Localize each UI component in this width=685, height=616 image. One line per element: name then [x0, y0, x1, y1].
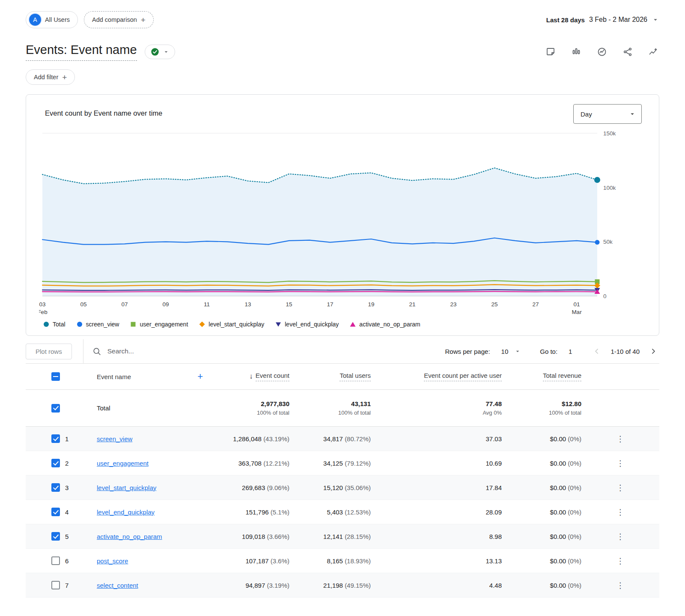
table-row: 6post_score107,187 (3.6%)8,165 (18.93%)1… — [26, 549, 659, 573]
select-all-checkbox[interactable] — [51, 372, 60, 381]
total-revenue-sub: 100% of total — [549, 410, 581, 416]
event-name-link[interactable]: user_engagement — [97, 460, 149, 467]
column-header-total-revenue[interactable]: Total revenue — [543, 372, 581, 381]
circle-marker-icon — [43, 321, 49, 327]
rows-per-page-select[interactable]: 10 — [501, 348, 521, 355]
note-icon[interactable] — [545, 46, 557, 58]
cell-event-count: 107,187 (3.6%) — [245, 557, 289, 565]
cell-total-users: 34,125 (79.12%) — [323, 460, 371, 467]
row-rank: 2 — [65, 460, 84, 467]
row-select-checkbox[interactable] — [51, 532, 60, 541]
plot-rows-button[interactable]: Plot rows — [26, 344, 72, 359]
total-area-fill — [42, 168, 597, 296]
go-to-input[interactable]: 1 — [569, 348, 572, 355]
row-rank: 6 — [65, 557, 84, 565]
share-icon[interactable] — [622, 46, 634, 58]
cell-event-count: 94,897 (3.19%) — [245, 582, 289, 589]
x-axis-label: 21 — [409, 301, 415, 308]
triangle-down-marker-icon — [275, 321, 281, 327]
cell-total-revenue: $0.00 (0%) — [550, 533, 581, 540]
column-header-event-name[interactable]: Event name — [97, 373, 131, 380]
table-row: 2user_engagement363,708 (12.21%)34,125 (… — [26, 451, 659, 475]
page-title: Events: Event name — [26, 43, 137, 61]
search-icon — [92, 347, 101, 356]
report-status-badge[interactable] — [145, 45, 175, 59]
total-row-checkbox[interactable] — [51, 404, 60, 413]
legend-label: level_start_quickplay — [208, 321, 264, 328]
column-header-event-count-per-active-user[interactable]: Event count per active user — [424, 372, 502, 381]
legend-label: level_end_quickplay — [285, 321, 339, 328]
row-rank: 5 — [65, 533, 84, 540]
cell-event-count-per-active-user: 4.48 — [489, 582, 502, 589]
event-name-link[interactable]: screen_view — [97, 435, 132, 443]
cell-event-count: 109,018 (3.66%) — [242, 533, 289, 540]
series-marker-Total — [594, 177, 600, 183]
row-menu-button[interactable]: ⋮ — [613, 506, 628, 518]
total-event-count: 2,977,830 — [261, 400, 289, 407]
x-axis-label: 27 — [532, 301, 539, 308]
compare-icon[interactable] — [570, 46, 582, 58]
cell-total-revenue: $0.00 (0%) — [550, 557, 581, 565]
add-filter-chip[interactable]: Add filter + — [26, 69, 75, 85]
row-menu-button[interactable]: ⋮ — [613, 482, 628, 493]
x-axis-label: 03 — [39, 301, 45, 308]
y-axis-label: 0 — [603, 293, 607, 299]
insights-icon[interactable] — [647, 46, 659, 58]
all-users-chip[interactable]: A All Users — [26, 11, 78, 28]
cell-total-revenue: $0.00 (0%) — [550, 582, 581, 589]
row-menu-button[interactable]: ⋮ — [613, 458, 628, 469]
anomaly-icon[interactable] — [596, 46, 608, 58]
event-name-link[interactable]: post_score — [97, 557, 128, 565]
add-comparison-chip[interactable]: Add comparison + — [84, 11, 154, 28]
go-to-label: Go to: — [540, 348, 557, 355]
row-select-checkbox[interactable] — [51, 459, 60, 467]
granularity-select[interactable]: Day — [573, 104, 642, 124]
row-select-checkbox[interactable] — [51, 508, 60, 516]
total-revenue: $12.80 — [562, 400, 581, 407]
total-per-active-user-sub: Avg 0% — [482, 410, 502, 416]
cell-event-count-per-active-user: 17.84 — [485, 484, 502, 491]
row-select-checkbox[interactable] — [51, 483, 60, 492]
x-axis-label: 05 — [80, 301, 86, 308]
search-input[interactable] — [107, 347, 244, 356]
x-axis-label: 09 — [162, 301, 169, 308]
date-range-picker[interactable]: Last 28 days 3 Feb - 2 Mar 2026 — [546, 16, 659, 24]
previous-page-button[interactable] — [591, 345, 603, 357]
row-menu-button[interactable]: ⋮ — [613, 531, 628, 542]
row-menu-button[interactable]: ⋮ — [613, 555, 628, 567]
event-name-link[interactable]: level_start_quickplay — [97, 484, 156, 491]
row-select-checkbox[interactable] — [51, 556, 60, 565]
cell-total-revenue: $0.00 (0%) — [550, 508, 581, 516]
event-name-link[interactable]: select_content — [97, 582, 138, 589]
row-menu-button[interactable]: ⋮ — [613, 580, 628, 591]
event-name-link[interactable]: level_end_quickplay — [97, 508, 155, 516]
row-rank: 7 — [65, 582, 84, 589]
column-header-event-count[interactable]: Event count — [256, 372, 289, 381]
legend-item-screen_view: screen_view — [77, 321, 119, 328]
row-select-checkbox[interactable] — [51, 434, 60, 443]
pagination-label: 1-10 of 40 — [611, 348, 640, 355]
x-axis-month-label: Feb — [39, 309, 48, 315]
total-row-label: Total — [84, 404, 208, 412]
series-line-activate_no_op_param — [42, 291, 597, 292]
chart-card: Event count by Event name over time Day … — [26, 94, 659, 336]
legend-label: user_engagement — [140, 321, 188, 328]
event-name-link[interactable]: activate_no_op_param — [97, 533, 162, 540]
add-dimension-icon[interactable]: + — [195, 371, 206, 382]
table-row: 7select_content94,897 (3.19%)21,198 (49.… — [26, 573, 659, 598]
row-menu-button[interactable]: ⋮ — [613, 433, 628, 445]
total-event-count-sub: 100% of total — [257, 410, 289, 416]
sort-descending-icon: ↓ — [249, 372, 253, 381]
x-axis-label: 25 — [491, 301, 497, 308]
x-axis-label: 17 — [327, 301, 333, 308]
next-page-button[interactable] — [647, 345, 659, 357]
x-axis-label: 23 — [450, 301, 456, 308]
row-select-checkbox[interactable] — [51, 581, 60, 589]
column-header-total-users[interactable]: Total users — [340, 372, 371, 381]
cell-total-revenue: $0.00 (0%) — [550, 460, 581, 467]
x-axis-label: 19 — [368, 301, 374, 308]
legend-item-Total: Total — [43, 321, 66, 328]
cell-event-count-per-active-user: 28.09 — [485, 508, 502, 516]
add-comparison-label: Add comparison — [92, 16, 137, 23]
chart-legend: Totalscreen_viewuser_engagementlevel_sta… — [37, 317, 648, 331]
